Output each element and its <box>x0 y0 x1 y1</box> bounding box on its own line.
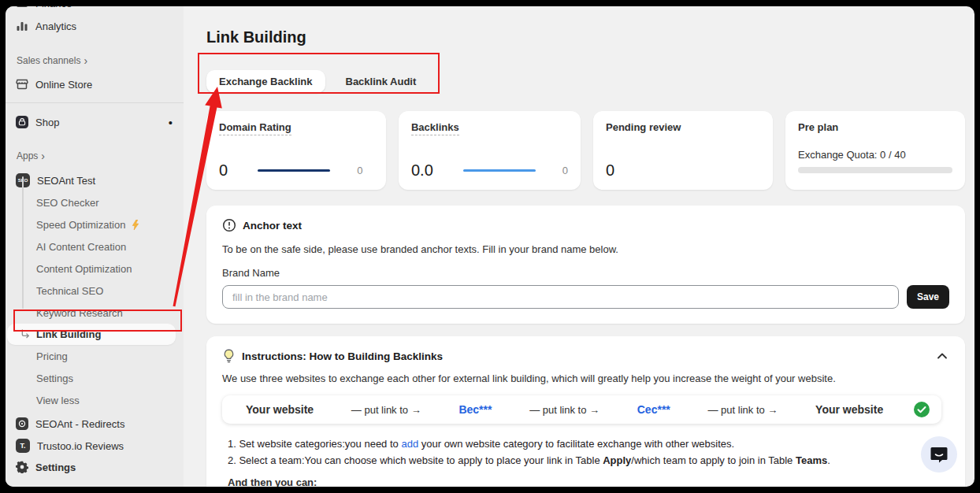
sidebar-item-label: Speed Optimization <box>36 219 125 231</box>
sidebar-item-seoant-redirects[interactable]: SEOAnt - Redirects <box>6 413 184 435</box>
flow-site-link[interactable]: Cec*** <box>637 403 670 416</box>
collapse-button[interactable] <box>935 350 949 361</box>
sidebar-item-label: Link Building <box>36 328 101 340</box>
stat-card-pre-plan: Pre plan Exchange Quota: 0 / 40 <box>785 111 965 190</box>
finance-icon <box>16 6 28 9</box>
sidebar-item-label: Content Optimization <box>36 263 132 275</box>
anchor-text-panel: Anchor text To be on the safe side, plea… <box>206 206 965 324</box>
sidebar-item-settings-sub[interactable]: Settings <box>6 367 184 389</box>
stat-title[interactable]: Backlinks <box>411 121 459 135</box>
brand-name-input[interactable] <box>222 285 899 309</box>
online-store-icon <box>16 78 28 91</box>
sidebar-item-label: Pricing <box>36 350 68 362</box>
trustoo-app-icon: T. <box>16 439 30 453</box>
tab-backlink-audit[interactable]: Backlink Audit <box>333 70 429 93</box>
sidebar-item-technical-seo[interactable]: Technical SEO <box>6 280 184 302</box>
instructions-panel: Instructions: How to Building Backlinks … <box>206 336 965 487</box>
stat-value: 0 <box>219 161 228 180</box>
add-link[interactable]: add <box>401 438 418 450</box>
stat-trend-line <box>463 169 536 172</box>
tab-bar: Exchange Backlink Backlink Audit <box>206 70 965 93</box>
notification-dot: • <box>169 117 173 128</box>
chevron-up-icon <box>937 352 948 360</box>
sidebar-item-ai-content-creation[interactable]: AI Content Creation <box>6 235 184 258</box>
section-label: Apps <box>17 150 38 161</box>
flow-node-your-website: Your website <box>815 403 883 416</box>
stat-secondary-value: 0 <box>357 165 362 176</box>
next-steps-heading: And then you can: <box>222 476 949 487</box>
stat-card-backlinks: Backlinks 0.0 0 <box>399 111 581 190</box>
sidebar-item-view-less[interactable]: View less <box>6 389 184 411</box>
section-label: Sales channels <box>17 55 80 66</box>
sidebar-item-analytics[interactable]: Analytics <box>6 16 184 36</box>
flow-connector: — put link to → <box>700 404 786 416</box>
sidebar-item-label: Trustoo.io Reviews <box>37 440 124 452</box>
sidebar-item-shop[interactable]: Shop • <box>6 111 184 133</box>
sidebar-item-label: AI Content Creation <box>36 241 126 253</box>
sidebar-item-keyword-research[interactable]: Keyword Research <box>6 302 184 324</box>
sidebar-item-label: SEOAnt - Redirects <box>35 418 124 430</box>
analytics-icon <box>16 20 28 32</box>
arrow-branch-icon <box>20 329 31 339</box>
alert-circle-icon <box>222 218 236 232</box>
sidebar-item-label: SEOAnt Test <box>37 175 95 187</box>
app-window: Finance Analytics Sales channels › Onlin… <box>6 6 974 487</box>
brand-name-label: Brand Name <box>222 267 949 279</box>
chevron-right-icon: › <box>84 54 87 67</box>
sidebar-item-label: Online Store <box>35 79 92 91</box>
instructions-description: We use three websites to exchange each o… <box>222 373 949 384</box>
save-button[interactable]: Save <box>907 285 949 309</box>
sidebar-item-settings[interactable]: Settings <box>6 454 184 480</box>
backlink-flow-diagram: Your website — put link to → Bec*** — pu… <box>222 395 941 424</box>
flow-site-link[interactable]: Bec*** <box>458 403 492 416</box>
stat-title: Pre plan <box>798 121 838 133</box>
sidebar-item-online-store[interactable]: Online Store <box>6 74 184 95</box>
stat-title: Pending review <box>606 121 681 133</box>
exchange-quota-label: Exchange Quota: 0 / 40 <box>798 149 952 161</box>
flow-connector: — put link to → <box>522 404 607 416</box>
check-circle-icon <box>913 401 930 418</box>
instruction-steps: 1. Set website categories:you need to ad… <box>222 436 949 469</box>
sidebar-item-seo-checker[interactable]: SEO Checker <box>6 191 184 213</box>
shop-icon <box>16 116 28 128</box>
stat-value: 0.0 <box>411 161 433 180</box>
sidebar-item-label: Shop <box>35 117 59 128</box>
sidebar-item-seoant-test[interactable]: SEO SEOAnt Test <box>6 169 184 191</box>
tab-exchange-backlink[interactable]: Exchange Backlink <box>206 70 325 93</box>
sidebar-item-label: SEO Checker <box>36 197 98 209</box>
sidebar-section-sales-channels[interactable]: Sales channels › <box>6 54 184 68</box>
redirects-app-icon <box>16 417 28 430</box>
sidebar-item-label: Analytics <box>35 20 76 32</box>
sidebar-divider <box>6 102 184 103</box>
anchor-description: To be on the safe side, please use brand… <box>222 243 949 255</box>
sidebar-item-label: Settings <box>36 373 73 384</box>
stat-trend-line <box>258 169 330 172</box>
sidebar-item-label: Keyword Research <box>36 307 123 319</box>
stat-card-pending-review: Pending review 0 <box>593 111 773 190</box>
panel-title: Anchor text <box>243 220 302 232</box>
stats-row: Domain Rating 0 0 Backlinks 0.0 0 Pendin… <box>206 111 965 190</box>
sidebar-item-pricing[interactable]: Pricing <box>6 345 184 367</box>
lightning-icon <box>131 220 140 230</box>
flow-connector: — put link to → <box>343 404 429 416</box>
chevron-right-icon: › <box>41 150 45 162</box>
sidebar-item-label: View less <box>36 395 80 406</box>
stat-card-domain-rating: Domain Rating 0 0 <box>206 111 386 190</box>
lightbulb-icon <box>222 349 236 363</box>
sidebar-item-speed-optimization[interactable]: Speed Optimization <box>6 213 184 235</box>
panel-title: Instructions: How to Building Backlinks <box>242 350 443 362</box>
stat-title[interactable]: Domain Rating <box>219 121 291 135</box>
flow-node-your-website: Your website <box>246 403 314 416</box>
sidebar-item-label: Settings <box>35 461 76 473</box>
chat-widget-button[interactable] <box>921 436 957 473</box>
sidebar-item-link-building-selected[interactable]: Link Building <box>7 324 176 345</box>
sidebar: Finance Analytics Sales channels › Onlin… <box>6 6 184 487</box>
sidebar-item-content-optimization[interactable]: Content Optimization <box>6 258 184 280</box>
quota-progress-bar <box>798 167 952 173</box>
sidebar-section-apps[interactable]: Apps › <box>6 149 184 163</box>
stat-value: 0 <box>606 161 614 180</box>
sidebar-item-finance[interactable]: Finance <box>6 6 184 11</box>
sidebar-item-label: Technical SEO <box>36 285 103 297</box>
chat-bubble-icon <box>929 444 949 465</box>
page-title: Link Building <box>206 28 965 46</box>
